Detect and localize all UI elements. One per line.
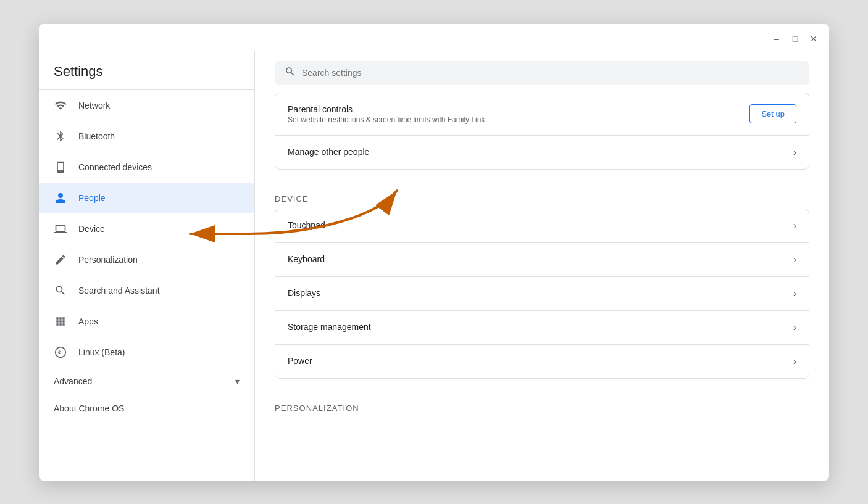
svg-text:⚙: ⚙: [57, 350, 62, 355]
displays-label: Displays: [288, 288, 788, 298]
displays-row[interactable]: Displays ›: [275, 277, 809, 311]
touchpad-row[interactable]: Touchpad ›: [275, 209, 809, 243]
storage-management-text: Storage management: [288, 322, 788, 333]
sidebar-item-bluetooth-label: Bluetooth: [78, 131, 115, 141]
touchpad-text: Touchpad: [288, 220, 788, 231]
sidebar-item-about[interactable]: About Chrome OS: [39, 395, 254, 422]
people-card: Parental controls Set website restrictio…: [275, 93, 809, 170]
close-button[interactable]: ✕: [808, 33, 819, 44]
chevron-down-icon: ▾: [235, 376, 240, 386]
sidebar-item-people-label: People: [78, 193, 106, 203]
sidebar-item-apps[interactable]: Apps: [39, 306, 254, 337]
sidebar-item-apps-label: Apps: [78, 316, 98, 326]
manage-other-people-chevron: ›: [793, 147, 796, 158]
parental-controls-row[interactable]: Parental controls Set website restrictio…: [275, 93, 809, 136]
sidebar-item-linux-beta[interactable]: ⚙ Linux (Beta): [39, 337, 254, 368]
sidebar-item-search-and-assistant[interactable]: Search and Assistant: [39, 275, 254, 306]
sidebar-title: Settings: [39, 51, 254, 89]
settings-window: – □ ✕ Settings Network Bluetooth: [39, 24, 829, 481]
search-bar[interactable]: [275, 61, 809, 85]
sidebar-item-bluetooth[interactable]: Bluetooth: [39, 121, 254, 152]
manage-other-people-label: Manage other people: [288, 147, 788, 157]
content-area: Settings Network Bluetooth: [39, 51, 829, 481]
device-card: Touchpad › Keyboard › Displays: [275, 209, 809, 379]
parental-controls-desc: Set website restrictions & screen time l…: [288, 115, 749, 124]
keyboard-label: Keyboard: [288, 254, 788, 264]
sidebar-item-personalization[interactable]: Personalization: [39, 244, 254, 275]
manage-other-people-text: Manage other people: [288, 147, 788, 158]
person-icon: [54, 191, 67, 205]
wifi-icon: [54, 99, 67, 112]
keyboard-chevron: ›: [793, 254, 796, 265]
tablet-icon: [54, 160, 67, 174]
power-label: Power: [288, 356, 788, 366]
sidebar-item-connected-devices-label: Connected devices: [78, 162, 152, 172]
power-chevron: ›: [793, 356, 796, 367]
sidebar-item-device-label: Device: [78, 224, 105, 234]
sidebar-item-personalization-label: Personalization: [78, 255, 138, 265]
storage-management-label: Storage management: [288, 322, 788, 332]
keyboard-row[interactable]: Keyboard ›: [275, 243, 809, 277]
displays-text: Displays: [288, 288, 788, 299]
main-sections: Parental controls Set website restrictio…: [255, 93, 829, 481]
device-section-title: Device: [275, 184, 809, 209]
parental-controls-text: Parental controls Set website restrictio…: [288, 104, 749, 124]
sidebar-item-people[interactable]: People: [39, 183, 254, 213]
storage-management-chevron: ›: [793, 322, 796, 333]
search-bar-icon: [285, 66, 296, 80]
sidebar-item-linux-beta-label: Linux (Beta): [78, 347, 125, 357]
search-input[interactable]: [302, 68, 799, 78]
laptop-icon: [54, 222, 67, 236]
apps-icon: [54, 315, 67, 328]
search-icon: [54, 284, 67, 297]
parental-controls-title: Parental controls: [288, 104, 749, 114]
bluetooth-icon: [54, 130, 67, 143]
maximize-button[interactable]: □: [790, 33, 801, 44]
pencil-icon: [54, 253, 67, 266]
minimize-button[interactable]: –: [771, 33, 782, 44]
touchpad-label: Touchpad: [288, 220, 788, 230]
personalization-section-title: Personalization: [275, 394, 809, 418]
sidebar-item-network[interactable]: Network: [39, 90, 254, 121]
keyboard-text: Keyboard: [288, 254, 788, 265]
displays-chevron: ›: [793, 288, 796, 299]
touchpad-chevron: ›: [793, 220, 796, 231]
sidebar-advanced-label: Advanced: [54, 376, 92, 386]
sidebar-item-network-label: Network: [78, 101, 110, 110]
sidebar: Settings Network Bluetooth: [39, 51, 255, 481]
power-text: Power: [288, 356, 788, 367]
storage-management-row[interactable]: Storage management ›: [275, 311, 809, 345]
set-up-button[interactable]: Set up: [749, 104, 796, 123]
terminal-icon: ⚙: [54, 345, 67, 359]
sidebar-about-label: About Chrome OS: [54, 403, 124, 413]
search-bar-row: [255, 51, 829, 93]
sidebar-item-advanced[interactable]: Advanced ▾: [39, 368, 254, 395]
sidebar-item-connected-devices[interactable]: Connected devices: [39, 152, 254, 183]
titlebar: – □ ✕: [39, 24, 829, 51]
sidebar-item-device[interactable]: Device: [39, 213, 254, 244]
sidebar-item-search-assistant-label: Search and Assistant: [78, 286, 160, 295]
manage-other-people-row[interactable]: Manage other people ›: [275, 136, 809, 169]
main-content-area: Parental controls Set website restrictio…: [255, 51, 829, 481]
power-row[interactable]: Power ›: [275, 345, 809, 378]
